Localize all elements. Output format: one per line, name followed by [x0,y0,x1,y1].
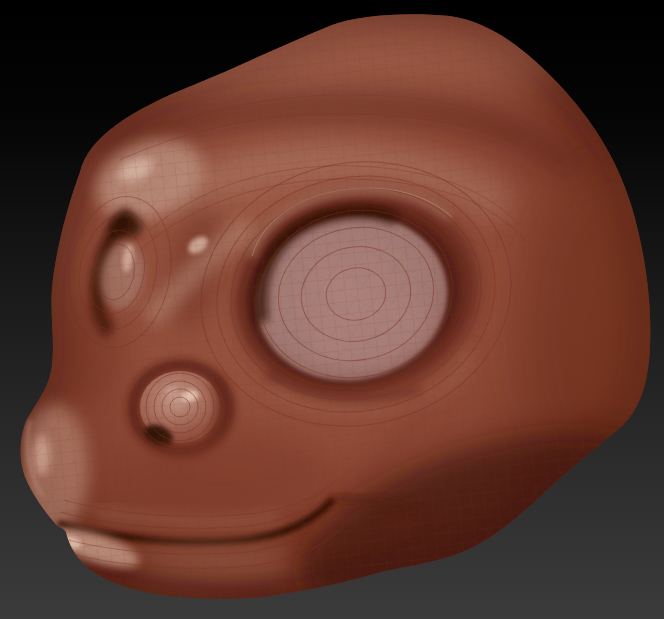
sculpt-viewport [0,0,664,619]
sculpt-viewport-canvas[interactable] [0,0,664,619]
